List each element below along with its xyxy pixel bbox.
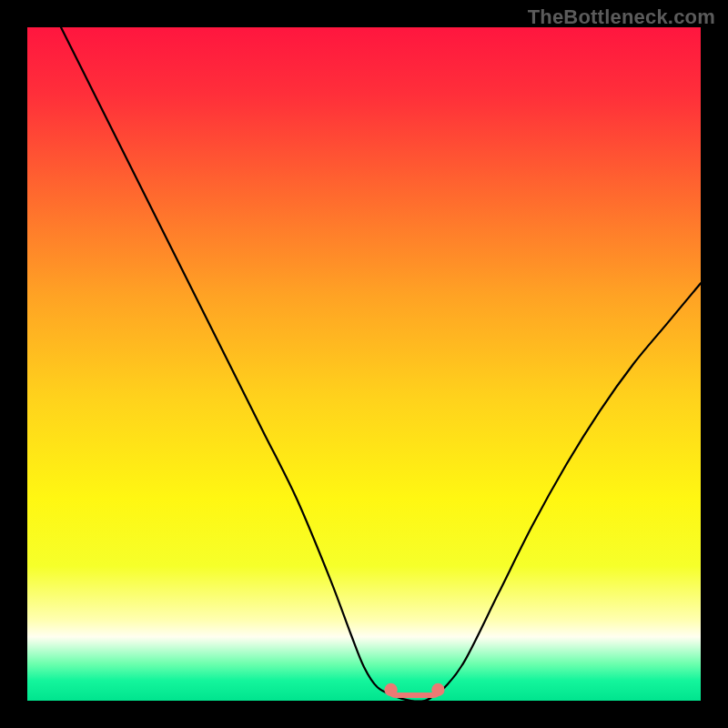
svg-rect-0 (27, 27, 701, 701)
plot-area (27, 27, 701, 701)
chart-frame: TheBottleneck.com (0, 0, 728, 728)
watermark-text: TheBottleneck.com (528, 5, 715, 29)
background-gradient (27, 27, 701, 701)
